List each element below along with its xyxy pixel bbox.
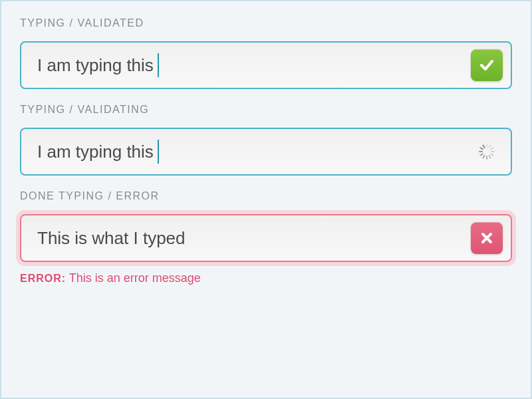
text-cursor — [158, 53, 159, 77]
input-wrapper-validated[interactable]: I am typing this — [20, 41, 512, 89]
input-content-error[interactable]: This is what I typed — [37, 228, 471, 249]
close-icon[interactable] — [471, 222, 503, 254]
input-wrapper-validating[interactable]: I am typing this — [20, 128, 512, 176]
input-text-error: This is what I typed — [37, 228, 186, 249]
field-group-validated: TYPING / VALIDATED I am typing this — [20, 17, 512, 89]
input-content-validated[interactable]: I am typing this — [37, 53, 471, 77]
text-cursor — [158, 140, 159, 164]
input-text-validating: I am typing this — [37, 142, 154, 162]
input-wrapper-error[interactable]: This is what I typed — [20, 214, 512, 262]
field-group-validating: TYPING / VALIDATING I am typing this — [20, 104, 512, 176]
input-content-validating[interactable]: I am typing this — [37, 140, 479, 164]
spinner-icon — [479, 144, 495, 160]
field-label-error: DONE TYPING / ERROR — [20, 190, 512, 202]
error-text: This is an error message — [69, 271, 201, 285]
field-group-error: DONE TYPING / ERROR This is what I typed… — [20, 190, 512, 285]
field-label-validating: TYPING / VALIDATING — [20, 104, 512, 116]
error-prefix: ERROR: — [20, 273, 66, 284]
field-label-validated: TYPING / VALIDATED — [20, 17, 512, 29]
input-text-validated: I am typing this — [37, 55, 154, 76]
checkmark-icon — [471, 49, 503, 81]
error-message: ERROR: This is an error message — [20, 271, 512, 285]
